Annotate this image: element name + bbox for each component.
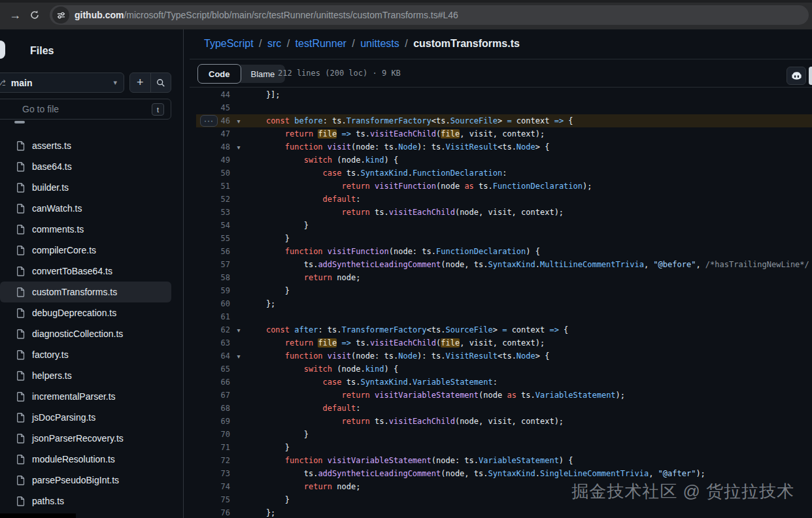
line-number[interactable]: 70: [196, 430, 230, 439]
code-text: default:: [247, 195, 360, 204]
reload-icon[interactable]: [27, 8, 42, 22]
line-number[interactable]: 55: [196, 234, 230, 243]
site-settings-icon[interactable]: [52, 7, 69, 24]
line-number[interactable]: 74: [196, 482, 230, 491]
search-match: file: [318, 129, 337, 138]
line-number[interactable]: 65: [196, 364, 230, 374]
line-number[interactable]: 72: [196, 456, 230, 465]
file-name: parsePseudoBigInt.ts: [32, 475, 119, 485]
file-tree-item-debugDeprecation.ts[interactable]: debugDeprecation.ts: [0, 302, 171, 323]
fold-chevron-icon[interactable]: ▾: [230, 144, 247, 151]
code-line-71: 71 }: [196, 441, 812, 454]
tab-code[interactable]: Code: [197, 64, 241, 84]
code-text: };: [247, 299, 275, 308]
code-text: ts.addSyntheticLeadingComment(node, ts.S…: [247, 260, 812, 269]
file-icon: [16, 245, 26, 255]
line-number[interactable]: 69: [196, 417, 230, 426]
line-number[interactable]: 75: [196, 495, 230, 504]
file-tree-item-factory.ts[interactable]: factory.ts: [0, 344, 171, 365]
code-line-50: 50 case ts.SyntaxKind.FunctionDeclaratio…: [196, 167, 812, 180]
collapse-tree-button[interactable]: [0, 40, 5, 59]
file-tree-item-compilerCore.ts[interactable]: compilerCore.ts: [0, 240, 171, 261]
copilot-button[interactable]: [787, 67, 806, 85]
file-name: jsDocParsing.ts: [32, 412, 95, 423]
line-number[interactable]: 56: [196, 247, 230, 256]
code-text: return file => ts.visitEachChild(file, v…: [247, 129, 545, 138]
file-tree-item-asserts.ts[interactable]: asserts.ts: [0, 135, 171, 156]
forward-icon[interactable]: →: [8, 8, 22, 22]
file-name: diagnosticCollection.ts: [32, 329, 123, 339]
branch-selector[interactable]: ⎇ main ▾: [0, 73, 124, 93]
url-text: github.com/microsoft/TypeScript/blob/mai…: [75, 10, 458, 20]
code-text: const after: ts.TransformerFactory<ts.So…: [247, 325, 568, 334]
breadcrumb-link-unittests[interactable]: unittests: [360, 38, 399, 49]
file-tree-item-customTransforms.ts[interactable]: customTransforms.ts: [0, 282, 171, 302]
add-file-button[interactable]: +: [130, 73, 150, 92]
search-match: file: [441, 338, 460, 348]
file-tree-item-convertToBase64.ts[interactable]: convertToBase64.ts: [0, 261, 171, 282]
code-text: return node;: [247, 273, 360, 282]
file-name: comments.ts: [32, 224, 84, 235]
line-number[interactable]: 63: [196, 338, 230, 348]
expand-line-actions-button[interactable]: ···: [200, 115, 218, 127]
line-number[interactable]: 71: [196, 443, 230, 452]
fold-chevron-icon[interactable]: ▾: [230, 353, 247, 360]
line-number[interactable]: 61: [196, 312, 230, 321]
line-number[interactable]: 68: [196, 404, 230, 413]
line-number[interactable]: 45: [196, 103, 230, 112]
line-number[interactable]: 73: [196, 469, 230, 478]
file-name: helpers.ts: [32, 370, 72, 381]
code-line-54: 54 }: [196, 219, 812, 232]
line-number[interactable]: 48: [196, 142, 230, 152]
shortcut-key-badge: t: [152, 103, 164, 116]
file-tree-item-jsDocParsing.ts[interactable]: jsDocParsing.ts: [0, 407, 171, 428]
file-tree-item-moduleResolution.ts[interactable]: moduleResolution.ts: [0, 449, 171, 470]
file-tree-item-canWatch.ts[interactable]: canWatch.ts: [0, 198, 171, 219]
code-line-51: 51 return visitFunction(node as ts.Funct…: [196, 180, 812, 193]
file-icon: [16, 140, 26, 151]
line-number[interactable]: 76: [196, 508, 230, 517]
code-blame-toggle: CodeBlame: [198, 65, 285, 83]
address-bar[interactable]: github.com/microsoft/TypeScript/blob/mai…: [50, 5, 809, 25]
file-tree-sidebar: Files ⎇ main ▾ +: [0, 29, 183, 518]
breadcrumb-link-src[interactable]: src: [267, 38, 281, 49]
line-number[interactable]: 52: [196, 195, 230, 204]
code-line-53: 53 return ts.visitEachChild(node, visit,…: [196, 206, 812, 219]
line-number[interactable]: 67: [196, 391, 230, 400]
fold-chevron-icon[interactable]: ▾: [230, 327, 247, 334]
line-number[interactable]: 66: [196, 378, 230, 387]
line-number[interactable]: 49: [196, 155, 230, 165]
line-number[interactable]: 47: [196, 129, 230, 138]
file-tree-item-paths.ts[interactable]: paths.ts: [0, 491, 171, 511]
code-line-67: 67 return visitVariableStatement(node as…: [196, 389, 812, 402]
line-number[interactable]: 62: [196, 325, 230, 334]
line-number[interactable]: 64: [196, 351, 230, 361]
line-number[interactable]: 59: [196, 286, 230, 295]
file-tree-item-helpers.ts[interactable]: helpers.ts: [0, 365, 171, 386]
code-text: function visit(node: ts.Node): ts.VisitR…: [247, 351, 549, 361]
line-number[interactable]: 50: [196, 169, 230, 178]
line-number[interactable]: 54: [196, 221, 230, 230]
search-tree-button[interactable]: [150, 73, 171, 92]
code-text: }: [247, 443, 290, 452]
file-tree-item-builder.ts[interactable]: builder.ts: [0, 177, 171, 198]
file-tree-item-jsonParserRecovery.ts[interactable]: jsonParserRecovery.ts: [0, 428, 171, 449]
file-tree-item-base64.ts[interactable]: base64.ts: [0, 156, 171, 177]
line-number[interactable]: 53: [196, 208, 230, 217]
line-number[interactable]: 51: [196, 182, 230, 191]
fold-chevron-icon[interactable]: ▾: [230, 118, 247, 125]
file-tree-item-diagnosticCollection.ts[interactable]: diagnosticCollection.ts: [0, 323, 171, 344]
file-tree-item-comments.ts[interactable]: comments.ts: [0, 219, 171, 240]
line-number[interactable]: 44: [196, 90, 230, 99]
file-tree-item-incrementalParser.ts[interactable]: incrementalParser.ts: [0, 386, 171, 407]
line-number[interactable]: 57: [196, 260, 230, 269]
divider: [190, 59, 812, 59]
line-number[interactable]: 58: [196, 273, 230, 282]
breadcrumb-link-TypeScript[interactable]: TypeScript: [204, 38, 254, 49]
line-number[interactable]: 60: [196, 299, 230, 308]
browser-toolbar: → github.com/microsoft/TypeScript/blob/m…: [0, 0, 812, 29]
breadcrumb-link-testRunner[interactable]: testRunner: [296, 38, 347, 49]
divider: [190, 87, 812, 88]
file-tree-item-parsePseudoBigInt.ts[interactable]: parsePseudoBigInt.ts: [0, 470, 171, 491]
goto-file-input[interactable]: Go to file t: [0, 99, 171, 120]
